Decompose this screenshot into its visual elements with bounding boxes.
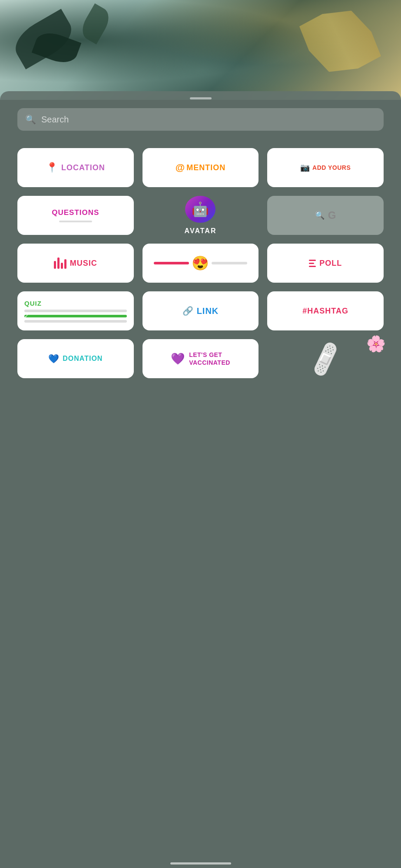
search-placeholder: Search bbox=[41, 115, 69, 125]
music-label: MUSIC bbox=[70, 259, 97, 268]
leaf-decoration-3 bbox=[77, 3, 113, 44]
quiz-option-selected: ✓ bbox=[24, 315, 127, 317]
quiz-option-empty-1 bbox=[24, 310, 127, 312]
search-icon: 🔍 bbox=[25, 114, 36, 125]
camera-icon: 📷 bbox=[300, 163, 310, 172]
sticker-bandaid[interactable]: 🩹 🌸 bbox=[267, 339, 384, 378]
sticker-donation[interactable]: 💙 DONATION bbox=[17, 339, 134, 378]
sticker-grid: 📍 LOCATION @ MENTION 📷 ADD YOURS QUESTIO… bbox=[0, 131, 401, 391]
donation-label: DONATION bbox=[63, 355, 103, 363]
hashtag-label: #HASHTAG bbox=[302, 307, 348, 316]
sticker-location[interactable]: 📍 LOCATION bbox=[17, 148, 134, 187]
sticker-link[interactable]: 🔗 LINK bbox=[143, 291, 259, 330]
avatar-label: AVATAR bbox=[185, 227, 217, 235]
avatar-face-icon: 🤖 bbox=[192, 201, 209, 218]
link-label: LINK bbox=[197, 306, 219, 316]
vaccinated-line2: VACCINATED bbox=[189, 359, 230, 366]
heart-eyes-emoji: 😍 bbox=[192, 255, 209, 271]
music-bars-icon bbox=[54, 257, 66, 269]
mention-label: MENTION bbox=[186, 163, 225, 172]
drag-handle[interactable] bbox=[190, 97, 212, 99]
sticker-poll[interactable]: POLL bbox=[267, 244, 384, 283]
sticker-mention[interactable]: @ MENTION bbox=[143, 148, 259, 187]
sticker-music[interactable]: MUSIC bbox=[17, 244, 134, 283]
questions-label: QUESTIONS bbox=[52, 208, 99, 217]
sticker-emoji-slider[interactable]: 😍 bbox=[143, 244, 259, 283]
sticker-giphy-search[interactable]: 🔍 G bbox=[267, 196, 384, 235]
sticker-avatar[interactable]: 🤖 AVATAR bbox=[143, 196, 259, 235]
sticker-hashtag[interactable]: #HASHTAG bbox=[267, 291, 384, 330]
sticker-vaccinated[interactable]: 💜 LET'S GET VACCINATED bbox=[143, 339, 259, 378]
link-icon: 🔗 bbox=[182, 306, 193, 316]
sticker-picker-panel: 🔍 Search 📍 LOCATION @ MENTION 📷 ADD YOUR… bbox=[0, 91, 401, 868]
vaccinated-line1: LET'S GET bbox=[189, 351, 230, 359]
quiz-check-icon: ✓ bbox=[24, 313, 29, 319]
background-image bbox=[0, 0, 401, 100]
sticker-add-yours[interactable]: 📷 ADD YOURS bbox=[267, 148, 384, 187]
donation-heart-icon: 💙 bbox=[48, 353, 59, 364]
sticker-quiz[interactable]: QUIZ ✓ bbox=[17, 291, 134, 330]
vaccinated-heart-icon: 💜 bbox=[171, 352, 185, 366]
giphy-label: G bbox=[328, 209, 336, 221]
at-icon: @ bbox=[176, 162, 185, 173]
slider-line-right bbox=[212, 262, 247, 264]
questions-decoration bbox=[59, 221, 92, 222]
search-g-icon: 🔍 bbox=[315, 211, 325, 220]
gold-leaf-decoration bbox=[288, 0, 392, 87]
location-label: LOCATION bbox=[61, 163, 105, 172]
flower-emoji: 🌸 bbox=[366, 335, 386, 353]
search-bar[interactable]: 🔍 Search bbox=[17, 108, 384, 131]
avatar-circle: 🤖 bbox=[185, 196, 215, 223]
quiz-label: QUIZ bbox=[24, 300, 42, 307]
quiz-option-empty-2 bbox=[24, 320, 127, 323]
sticker-questions[interactable]: QUESTIONS bbox=[17, 196, 134, 235]
addyours-label: ADD YOURS bbox=[312, 164, 351, 171]
poll-lines-icon bbox=[309, 260, 316, 267]
pin-icon: 📍 bbox=[46, 162, 58, 173]
slider-line bbox=[154, 262, 189, 264]
poll-label: POLL bbox=[319, 259, 342, 268]
bandaid-emoji: 🩹 bbox=[305, 339, 346, 379]
home-indicator bbox=[170, 862, 231, 865]
